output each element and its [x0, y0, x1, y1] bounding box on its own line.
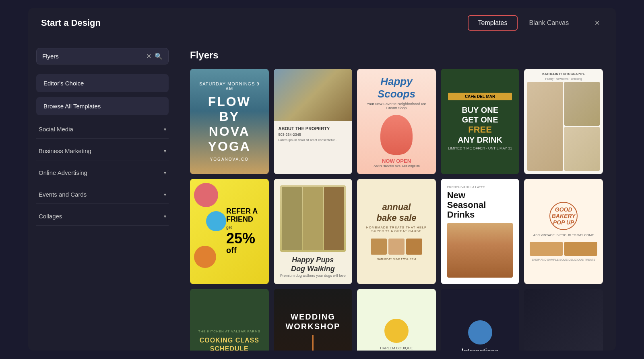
- tab-blank-canvas[interactable]: Blank Canvas: [519, 16, 578, 30]
- tab-group: Templates Blank Canvas: [468, 15, 579, 31]
- sidebar-category-label: Events and Cards: [39, 191, 87, 198]
- template-card[interactable]: FRENCH VANILLA LATTE NewSeasonalDrinks: [441, 179, 520, 284]
- sidebar-item-events-and-cards[interactable]: Events and Cards ▾: [36, 185, 169, 204]
- chevron-down-icon: ▾: [164, 192, 166, 197]
- modal-body: ✕ 🔍 Editor's Choice Browse All Templates…: [28, 38, 616, 351]
- chevron-down-icon: ▾: [164, 127, 166, 132]
- start-a-design-modal: Start a Design Templates Blank Canvas × …: [28, 8, 616, 351]
- template-card[interactable]: Happy Scoops Your New Favorite Neighborh…: [357, 69, 436, 174]
- editors-choice-button[interactable]: Editor's Choice: [36, 74, 169, 92]
- chevron-down-icon: ▾: [164, 148, 166, 154]
- template-card[interactable]: Happy PupsDog Walking Premium dog walker…: [274, 179, 353, 284]
- search-bar[interactable]: ✕ 🔍: [36, 48, 169, 64]
- template-card[interactable]: THE KITCHEN AT VALSAR FARMS COOKING CLAS…: [190, 289, 269, 351]
- template-card[interactable]: CAFE DEL MAR BUY ONEGET ONEFREEANY DRINK…: [441, 69, 520, 174]
- sidebar-item-online-advertising[interactable]: Online Advertising ▾: [36, 164, 169, 182]
- template-card[interactable]: WEDDINGWORKSHOP ALL THE BEST WEDDING MOM…: [274, 289, 353, 351]
- search-icon[interactable]: 🔍: [155, 52, 163, 60]
- template-card[interactable]: [524, 289, 603, 351]
- template-card[interactable]: GOOD BAKERY POP UP ABC VINTAGE IS PROUD …: [524, 179, 603, 284]
- template-card[interactable]: KATHELIN PHOTOGRAPHY. Family · Newborns …: [524, 69, 603, 174]
- sidebar-item-collages[interactable]: Collages ▾: [36, 207, 169, 226]
- sidebar-category-label: Collages: [39, 213, 62, 220]
- sidebar-item-business-marketing[interactable]: Business Marketing ▾: [36, 142, 169, 160]
- chevron-down-icon: ▾: [164, 214, 166, 219]
- template-card[interactable]: REFER AFRIEND get 25% off: [190, 179, 269, 284]
- sidebar-category-label: Online Advertising: [39, 169, 87, 176]
- modal-header: Start a Design Templates Blank Canvas ×: [28, 8, 616, 38]
- template-card[interactable]: HARLEM BOUIQUE Spring: [357, 289, 436, 351]
- sidebar: ✕ 🔍 Editor's Choice Browse All Templates…: [28, 38, 177, 351]
- templates-grid: SATURDAY MORNINGS 9 AM FLOWBY NOVAYOGA Y…: [190, 69, 603, 351]
- search-clear-icon[interactable]: ✕: [146, 52, 151, 60]
- close-button[interactable]: ×: [591, 16, 603, 30]
- content-area: Flyers SATURDAY MORNINGS 9 AM FLOWBY NOV…: [177, 38, 616, 351]
- browse-all-templates-button[interactable]: Browse All Templates: [36, 97, 169, 115]
- sidebar-category-label: Social Media: [39, 126, 73, 133]
- search-input[interactable]: [42, 53, 146, 60]
- chevron-down-icon: ▾: [164, 170, 166, 176]
- section-title: Flyers: [190, 50, 603, 61]
- sidebar-category-label: Business Marketing: [39, 147, 91, 154]
- sidebar-item-social-media[interactable]: Social Media ▾: [36, 120, 169, 139]
- tab-templates[interactable]: Templates: [468, 15, 518, 31]
- template-card[interactable]: ABOUT THE PROPERTY 503-234-2345 Lorem ip…: [274, 69, 353, 174]
- template-card[interactable]: SATURDAY MORNINGS 9 AM FLOWBY NOVAYOGA Y…: [190, 69, 269, 174]
- modal-title: Start a Design: [41, 18, 101, 28]
- template-card[interactable]: InternationaDa: [441, 289, 520, 351]
- template-card[interactable]: annualbake sale HOMEMADE TREATS THAT HEL…: [357, 179, 436, 284]
